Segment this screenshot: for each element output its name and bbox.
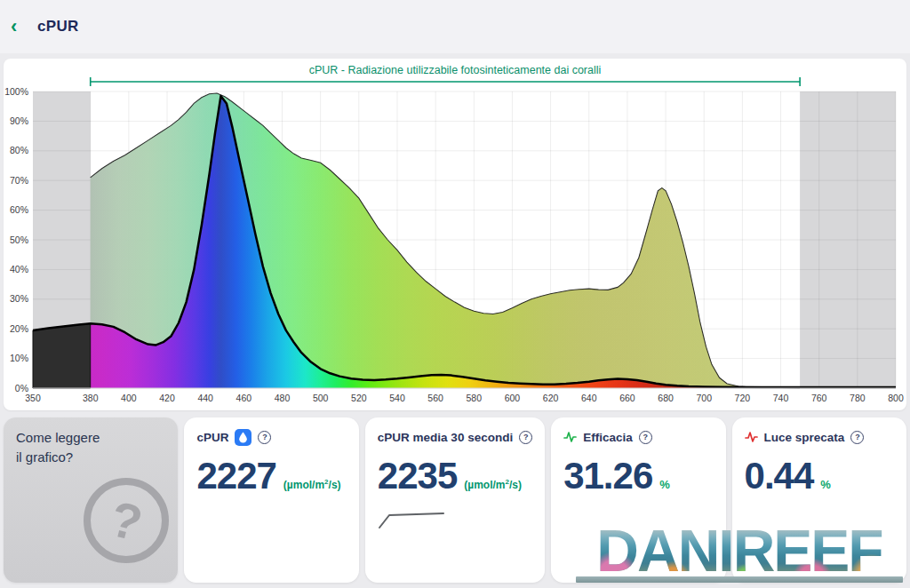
x-tick-label: 460 [236, 393, 252, 403]
y-tick-label: 20% [10, 323, 28, 334]
x-tick-label: 500 [313, 393, 329, 403]
howto-card[interactable]: Come leggere il grafico? ? [4, 417, 178, 583]
cpur-media-card: cPUR media 30 secondi ? 2235 (µmol/m2/s) [365, 417, 545, 583]
cpur-unit: (µmol/m2/s) [283, 478, 341, 491]
x-tick-label: 520 [351, 393, 367, 403]
page-title: cPUR [37, 18, 79, 36]
luce-sprecata-value: 0.44 [745, 455, 814, 497]
x-tick-label: 600 [505, 393, 521, 403]
droplet-badge-icon [235, 429, 251, 446]
x-tick-label: 560 [427, 393, 443, 403]
x-tick-label: 620 [543, 393, 559, 403]
y-tick-label: 100% [4, 86, 28, 97]
x-tick-label: 480 [275, 393, 291, 403]
wasted-light-dark-area [33, 323, 91, 388]
y-tick-label: 50% [10, 234, 28, 245]
trend-sparkline [378, 512, 447, 529]
x-tick-label: 720 [735, 393, 751, 403]
cpur-media-label: cPUR media 30 secondi [378, 431, 513, 444]
efficacia-card: Efficacia ? 31.26 % [551, 417, 725, 583]
question-circle-icon: ? [84, 478, 169, 563]
pulse-green-icon [563, 431, 577, 443]
spectrum-chart-card: cPUR - Radiazione utilizzabile fotosinte… [4, 59, 906, 410]
luce-sprecata-unit: % [820, 478, 831, 491]
x-tick-label: 350 [25, 393, 41, 403]
help-icon[interactable]: ? [519, 431, 532, 444]
x-tick-label: 380 [83, 393, 99, 403]
x-tick-label: 640 [581, 393, 597, 403]
x-tick-label: 800 [888, 393, 904, 403]
cpur-media-unit: (µmol/m2/s) [464, 478, 522, 491]
efficacia-label: Efficacia [583, 431, 633, 444]
stats-card-row: Come leggere il grafico? ? cPUR ? 2227 (… [4, 417, 906, 583]
y-tick-label: 10% [10, 353, 28, 363]
efficacia-unit: % [659, 478, 670, 491]
x-tick-label: 580 [467, 393, 483, 403]
x-tick-label: 760 [811, 393, 827, 403]
efficacia-value: 31.26 [563, 455, 652, 497]
spectrum-chart[interactable]: 3503804004204404604805005205405605806006… [4, 59, 906, 410]
x-tick-label: 540 [389, 393, 405, 403]
help-icon[interactable]: ? [258, 431, 271, 444]
luce-sprecata-label: Luce sprecata [764, 431, 845, 444]
x-tick-label: 400 [121, 393, 137, 403]
cpur-card: cPUR ? 2227 (µmol/m2/s) [184, 417, 358, 583]
y-tick-label: 80% [10, 145, 28, 155]
help-icon[interactable]: ? [850, 431, 864, 444]
cpur-label: cPUR [196, 431, 228, 444]
luce-sprecata-card: Luce sprecata ? 0.44 % [732, 417, 906, 583]
x-tick-label: 680 [658, 393, 674, 403]
cpur-media-value: 2235 [378, 455, 457, 497]
pulse-red-icon [745, 431, 758, 443]
y-tick-label: 90% [10, 115, 28, 126]
y-tick-label: 40% [10, 264, 28, 274]
chart-title: cPUR - Radiazione utilizzabile fotosinte… [4, 64, 906, 76]
back-icon[interactable]: ‹ [11, 17, 30, 36]
x-tick-label: 740 [773, 393, 789, 403]
y-tick-label: 60% [10, 204, 28, 215]
x-tick-label: 440 [197, 393, 213, 403]
x-tick-label: 420 [159, 393, 175, 403]
x-tick-label: 780 [850, 393, 866, 403]
cpur-value: 2227 [196, 455, 275, 497]
x-tick-label: 660 [619, 393, 635, 403]
howto-text: Come leggere il grafico? [16, 428, 100, 467]
help-icon[interactable]: ? [639, 431, 652, 444]
x-tick-label: 700 [696, 393, 712, 403]
y-tick-label: 30% [10, 293, 28, 304]
y-tick-label: 70% [10, 175, 28, 186]
app-header: ‹ cPUR [0, 0, 910, 53]
y-tick-label: 0% [15, 383, 28, 393]
